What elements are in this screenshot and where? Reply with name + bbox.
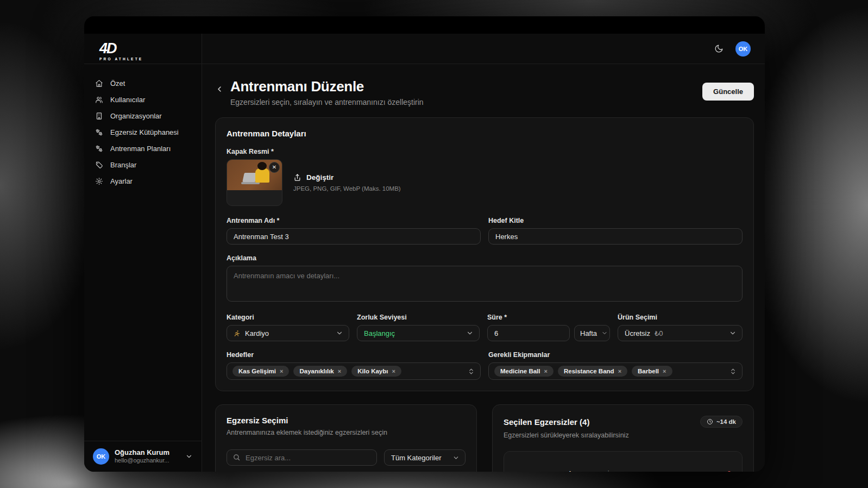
page-title: Antrenmanı Düzenle — [230, 78, 424, 95]
chip-remove-icon[interactable]: × — [663, 368, 666, 374]
sidebar-item-egzersiz-kutuphanesi[interactable]: Egzersiz Kütüphanesi — [84, 124, 202, 140]
details-heading: Antrenman Detayları — [227, 129, 743, 138]
sidebar-item-branslar[interactable]: Branşlar — [84, 157, 202, 173]
expand-exercise-button[interactable] — [702, 468, 714, 472]
change-cover-label: Değiştir — [306, 173, 334, 182]
difficulty-label: Zorluk Seviyesi — [357, 314, 480, 321]
back-button[interactable] — [215, 85, 224, 93]
page-header: Antrenmanı Düzenle Egzersizleri seçin, s… — [215, 78, 754, 107]
category-filter-select[interactable]: Tüm Kategoriler — [384, 449, 466, 466]
logo[interactable]: 4D PRO ATHLETE — [84, 34, 202, 64]
chip-remove-icon[interactable]: × — [618, 368, 621, 374]
duration-label: Süre * — [487, 314, 610, 321]
chevrons-up-down-icon — [729, 368, 737, 375]
search-icon — [232, 453, 241, 461]
duration-input[interactable] — [487, 325, 570, 341]
workout-name-input[interactable] — [227, 228, 481, 245]
goals-multiselect[interactable]: Kas Gelişimi× Dayanıklılık× Kilo Kaybı× — [227, 362, 481, 380]
chevron-down-icon — [466, 329, 474, 337]
exercise-selection-heading: Egzersiz Seçimi — [227, 416, 466, 425]
description-textarea[interactable] — [227, 266, 743, 302]
goal-chip: Dayanıklılık× — [293, 366, 347, 377]
sidebar-item-label: Antrenman Planları — [110, 145, 171, 153]
difficulty-value: Başlangıç — [364, 329, 395, 337]
sidebar-item-ayarlar[interactable]: Ayarlar — [84, 173, 202, 189]
total-duration-value: ~14 dk — [716, 418, 736, 425]
chevron-down-icon — [185, 453, 193, 460]
tag-icon — [95, 161, 103, 169]
product-label: Ürün Seçimi — [618, 314, 743, 321]
upload-icon — [293, 173, 301, 182]
equipment-chip: Resistance Band× — [558, 366, 627, 377]
category-select[interactable]: Kardiyo — [227, 325, 349, 341]
audience-label: Hedef Kitle — [488, 217, 743, 224]
topbar: OK — [202, 34, 765, 64]
runner-icon — [234, 330, 241, 337]
product-select[interactable]: Ücretsiz ₺0 — [618, 325, 743, 341]
total-duration-badge: ~14 dk — [700, 416, 743, 428]
users-icon — [95, 96, 103, 104]
product-value: Ücretsiz — [625, 329, 650, 337]
goal-chip: Kilo Kaybı× — [351, 366, 401, 377]
chevron-down-icon — [729, 329, 737, 337]
goals-label: Hedefler — [227, 351, 481, 359]
sidebar-item-antrenman-planlari[interactable]: Antrenman Planları — [84, 140, 202, 157]
user-avatar: OK — [93, 448, 109, 465]
selected-exercise-list: Test Egzersiz Denge · İleri — [504, 451, 743, 472]
building-icon — [95, 112, 103, 120]
exercise-selection-subtitle: Antrenmanınıza eklemek istediğiniz egzer… — [227, 429, 466, 436]
chip-remove-icon[interactable]: × — [392, 368, 395, 374]
sidebar-item-organizasyonlar[interactable]: Organizasyonlar — [84, 108, 202, 124]
goal-chip-label: Kas Gelişimi — [238, 368, 276, 374]
sidebar-item-label: Özet — [110, 79, 125, 87]
home-icon — [95, 79, 103, 87]
duration-unit-value: Hafta — [580, 329, 597, 337]
equipment-chip: Barbell× — [632, 366, 672, 377]
difficulty-select[interactable]: Başlangıç — [357, 325, 480, 341]
theme-toggle-button[interactable] — [712, 42, 726, 55]
exercise-search-input[interactable] — [227, 449, 377, 466]
logo-title: 4D — [99, 41, 202, 56]
chevron-left-icon — [215, 85, 224, 93]
chip-remove-icon[interactable]: × — [544, 368, 548, 374]
cover-label: Kapak Resmi * — [227, 148, 743, 155]
category-label: Kategori — [227, 314, 349, 321]
topbar-avatar[interactable]: OK — [735, 41, 751, 57]
chip-remove-icon[interactable]: × — [280, 368, 283, 374]
equipment-chip: Medicine Ball× — [494, 366, 553, 377]
page-subtitle: Egzersizleri seçin, sıralayın ve antrenm… — [230, 98, 424, 107]
chevron-down-icon — [452, 454, 460, 461]
sidebar-item-label: Branşlar — [110, 161, 136, 169]
sidebar-item-label: Ayarlar — [110, 177, 133, 185]
user-menu[interactable]: OK Oğuzhan Kurum hello@oguzhankur... — [84, 441, 202, 472]
sidebar-item-kullanicilar[interactable]: Kullanıcılar — [84, 91, 202, 108]
window-titlebar — [84, 16, 765, 34]
remove-cover-button[interactable]: ✕ — [269, 162, 280, 173]
sidebar-item-label: Organizasyonlar — [110, 112, 162, 120]
delete-exercise-button[interactable] — [725, 470, 733, 472]
drag-handle-icon[interactable] — [513, 471, 520, 472]
equipment-multiselect[interactable]: Medicine Ball× Resistance Band× Barbell× — [488, 362, 743, 380]
category-filter-value: Tüm Kategoriler — [391, 454, 441, 462]
chevron-down-icon — [336, 329, 343, 337]
name-label: Antrenman Adı * — [227, 217, 481, 224]
exercise-selection-card: Egzersiz Seçimi Antrenmanınıza eklemek i… — [215, 404, 477, 472]
sidebar-item-ozet[interactable]: Özet — [84, 75, 202, 91]
equipment-chip-label: Barbell — [638, 368, 659, 374]
dumbbell-icon — [95, 128, 103, 136]
chevron-down-icon — [601, 330, 608, 336]
chevrons-up-down-icon — [468, 368, 475, 375]
target-audience-input[interactable] — [488, 228, 743, 245]
change-cover-button[interactable]: Değiştir — [293, 173, 401, 182]
settings-icon — [95, 177, 103, 185]
clock-icon — [707, 418, 713, 425]
selected-exercises-heading: Seçilen Egzersizler (4) — [504, 417, 589, 427]
moon-icon — [714, 44, 724, 53]
duration-unit-select[interactable]: Hafta — [574, 325, 610, 341]
sidebar: 4D PRO ATHLETE Özet Kullanıcılar Organiz… — [84, 34, 202, 472]
selected-exercise-row: Test Egzersiz Denge · İleri — [513, 468, 733, 472]
chip-remove-icon[interactable]: × — [338, 368, 341, 374]
sidebar-nav: Özet Kullanıcılar Organizasyonlar Egzers… — [84, 64, 202, 189]
update-button[interactable]: Güncelle — [702, 83, 754, 101]
category-value: Kardiyo — [245, 329, 269, 337]
